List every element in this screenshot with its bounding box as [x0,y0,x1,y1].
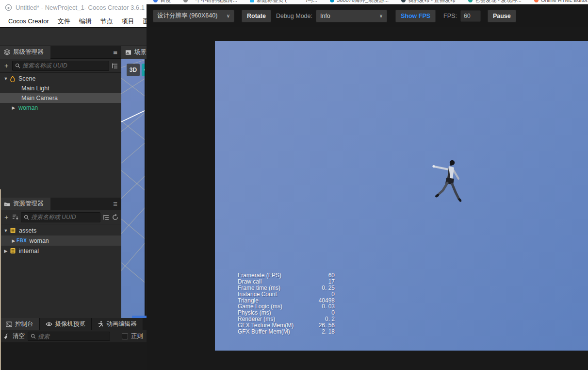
debug-mode-select[interactable]: Info ∨ [316,10,387,22]
tab-console[interactable]: 控制台 [0,318,40,330]
assets-search-box[interactable] [21,212,100,222]
bottom-panel-tabs: 控制台 摄像机预览 动画编辑器 [0,318,147,330]
bookmark-label: /与... [306,0,317,4]
scene-viewport[interactable]: 3D [121,59,146,318]
add-asset-icon[interactable]: ＋ [3,214,10,220]
bookmark-item[interactable]: Online HTML Editor... [534,0,588,4]
resolution-select[interactable]: 设计分辨率 (960X640) ∨ [153,10,234,22]
fps-label: FPS: [443,13,457,19]
menu-project[interactable]: 项目 [117,17,139,26]
hierarchy-tab[interactable]: 层级管理器 [0,46,50,59]
fps-input[interactable] [460,10,481,22]
stat-row: GFX Buffer Mem(M)2. 18 [238,329,335,335]
browser-bookmarks-bar: 百度 一个不错的视频转... 新建标签页 ( /与... 360076海外_动漫… [147,0,588,4]
favicon [534,0,539,2]
stat-label: Frame time (ms) [238,285,322,291]
game-canvas[interactable]: Framerate (FPS)60 Draw call17 Frame time… [215,41,588,351]
stat-row: Framerate (FPS)60 [238,272,335,279]
broom-icon[interactable] [3,333,10,339]
regex-label: 正则 [131,332,143,340]
assets-menu-icon[interactable]: ≡ [113,200,117,208]
tree-row-assets[interactable]: ▼ assets [0,225,121,235]
bookmark-item[interactable]: 它会发现 - 发现停... [468,0,522,4]
bookmark-label: 360076海外_动漫游... [337,0,389,4]
chevron-right-icon[interactable]: ▶ [3,249,9,253]
game-preview-window: 百度 一个不错的视频转... 新建标签页 ( /与... 360076海外_动漫… [147,0,588,370]
debug-mode-label: Debug Mode: [276,13,312,19]
bookmark-item[interactable]: 百度 [153,0,171,4]
hierarchy-panel-header: 层级管理器 ≡ [0,46,121,59]
collapse-tree-icon[interactable] [112,63,118,69]
tree-row-main-light[interactable]: Main Light [0,84,121,93]
favicon [299,0,304,2]
chevron-right-icon[interactable]: ▶ [11,105,16,110]
favicon [250,0,254,2]
terminal-icon [6,321,12,327]
pause-button-label: Pause [493,13,511,19]
sort-icon[interactable] [12,214,18,220]
editor-toolbar-strip [0,28,147,46]
chevron-down-icon[interactable]: ▼ [3,76,9,81]
tab-console-label: 控制台 [15,320,33,328]
tree-row-scene[interactable]: ▼ Scene [0,74,121,84]
favicon [468,0,473,2]
bookmark-item[interactable]: /与... [299,0,317,4]
bookmark-item[interactable]: 一个不错的视频转... [183,0,237,4]
bookmark-label: Online HTML Editor... [541,0,588,3]
menu-cocos-creator[interactable]: Cocos Creator [4,17,53,25]
hierarchy-panel: 层级管理器 ≡ ＋ [0,46,121,198]
tab-camera-preview[interactable]: 摄像机预览 [40,318,92,330]
hierarchy-search-row: ＋ [0,59,121,73]
tab-animation-editor[interactable]: 动画编辑器 [92,318,143,330]
stat-label: Instance Count [238,291,331,298]
bookmark-item[interactable]: 我的发布 - 直播发布 [401,0,456,4]
chevron-down-icon: ∨ [223,13,230,18]
hierarchy-search-box[interactable] [12,61,109,71]
collapse-tree-icon[interactable] [103,214,110,220]
rotate-button[interactable]: Rotate [242,10,271,22]
console-search-box[interactable] [28,332,110,341]
hierarchy-menu-icon[interactable]: ≡ [113,48,117,56]
show-fps-button[interactable]: Show FPS [395,10,436,22]
scene-3d-button[interactable]: 3D [127,64,140,76]
tree-row-internal[interactable]: ▶ internal [0,246,121,256]
chevron-right-icon[interactable]: ▶ [11,238,16,243]
stat-value: 2. 18 [322,329,335,335]
regex-checkbox[interactable] [122,333,128,339]
menu-node[interactable]: 节点 [96,17,117,26]
stat-label: Draw call [238,279,328,285]
add-node-icon[interactable]: ＋ [3,62,10,69]
scene-panel: 场景 [121,46,147,318]
bookmark-item[interactable]: 360076海外_动漫游... [330,0,389,4]
menu-panel[interactable]: 面板 [139,17,147,26]
image-icon [125,50,131,55]
tree-label-main-light: Main Light [21,85,49,92]
tree-row-woman[interactable]: ▶ woman [0,103,121,113]
tree-row-fbx-woman[interactable]: ▶ FBX woman [0,235,121,246]
tree-label-internal: internal [19,248,39,254]
folder-icon [4,201,10,207]
assets-tab[interactable]: 资源管理器 [0,198,50,210]
refresh-icon[interactable] [112,214,118,220]
tree-row-main-camera[interactable]: Main Camera [0,93,121,103]
bookmark-label: 新建标签页 ( [257,0,287,4]
console-search-input[interactable] [38,333,107,340]
stat-row: Instance Count0 [238,291,335,298]
assets-search-input[interactable] [31,214,98,220]
search-icon [15,63,20,68]
menu-file[interactable]: 文件 [53,17,75,26]
hierarchy-search-input[interactable] [22,62,106,69]
console-clear-button[interactable]: 清空 [13,332,25,340]
stat-row: Draw call17 [238,279,335,285]
pause-button[interactable]: Pause [488,10,516,22]
assets-tree: ▼ assets ▶ FBX woman ▶ [0,225,121,318]
chevron-down-icon[interactable]: ▼ [3,228,9,233]
menu-edit[interactable]: 编辑 [75,17,96,26]
bookmark-label: 一个不错的视频转... [190,0,237,4]
tree-label-scene: Scene [18,75,35,82]
desktop-sliver [0,189,1,370]
eye-icon [46,321,52,327]
bookmark-item[interactable]: 新建标签页 ( [250,0,287,4]
favicon [153,0,158,2]
scene-tab[interactable]: 场景 [121,46,147,59]
